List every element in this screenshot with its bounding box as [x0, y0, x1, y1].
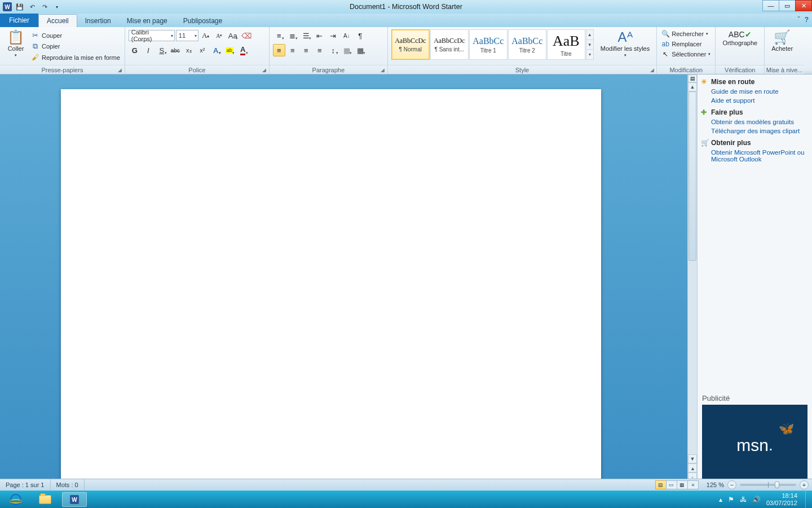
spelling-button[interactable]: ABC✔ Orthographe [719, 29, 761, 47]
status-page[interactable]: Page : 1 sur 1 [0, 479, 51, 491]
grow-font-button[interactable]: A▴ [200, 29, 212, 42]
format-painter-button[interactable]: 🖌Reproduire la mise en forme [29, 52, 121, 62]
taskbar-explorer[interactable] [33, 492, 58, 507]
redo-button[interactable]: ↷ [39, 2, 50, 12]
status-words[interactable]: Mots : 0 [51, 479, 85, 491]
align-left-button[interactable]: ≡ [273, 44, 285, 56]
paste-button[interactable]: 📋 Coller ▾ [3, 29, 28, 59]
change-styles-button[interactable]: Aᴬ Modifier les styles ▾ [597, 29, 653, 59]
change-case-button[interactable]: Aa▾ [227, 29, 239, 42]
document-area[interactable] [0, 75, 687, 491]
style-item-1[interactable]: AaBbCcDc¶ Sans int... [430, 29, 469, 60]
clear-formatting-button[interactable]: ⌫ [240, 29, 253, 42]
increase-indent-button[interactable]: ⇥ [327, 29, 339, 42]
taskbar-word[interactable]: W [62, 492, 87, 507]
close-button[interactable]: ✕ [795, 0, 812, 11]
align-right-button[interactable]: ≡ [300, 44, 312, 56]
sp-link-clipart[interactable]: Télécharger des images clipart [698, 126, 812, 135]
ruler-toggle-button[interactable]: ▤ [688, 75, 697, 82]
tray-network-icon[interactable]: 🖧 [740, 496, 747, 503]
tray-volume-icon[interactable]: 🔊 [752, 496, 761, 503]
zoom-level[interactable]: 125 % [703, 481, 727, 488]
view-print-layout[interactable]: ▤ [655, 480, 667, 489]
sp-link-buy-office[interactable]: Obtenir Microsoft PowerPoint ou Microsof… [698, 148, 812, 164]
highlight-button[interactable]: ab▾ [223, 44, 236, 56]
show-marks-button[interactable]: ¶ [354, 29, 367, 42]
sp-link-templates[interactable]: Obtenir des modèles gratuits [698, 117, 812, 126]
multilevel-list-button[interactable]: ☰▾ [300, 29, 312, 42]
maximize-button[interactable]: ▭ [779, 0, 796, 11]
font-dialog-launcher[interactable]: ◢ [261, 67, 268, 73]
undo-button[interactable]: ↶ [27, 2, 37, 12]
select-button[interactable]: ↖Sélectionner ▾ [660, 50, 712, 59]
tab-mailings[interactable]: Publipostage [175, 15, 230, 27]
style-item-3[interactable]: AaBbCcTitre 2 [508, 29, 546, 60]
minimize-ribbon-button[interactable]: ˇ [798, 16, 800, 24]
save-button[interactable]: 💾 [15, 2, 25, 12]
bullets-button[interactable]: ≡▾ [273, 29, 285, 42]
tab-insert[interactable]: Insertion [77, 15, 119, 27]
align-center-button[interactable]: ≡ [286, 44, 299, 56]
prev-page-button[interactable]: ▴ [688, 463, 697, 472]
style-scroll-up[interactable]: ▲ [586, 30, 593, 40]
copy-button[interactable]: ⧉Copier [29, 41, 121, 51]
strikethrough-button[interactable]: abc [169, 44, 182, 56]
tray-show-hidden[interactable]: ▴ [719, 496, 722, 503]
clipboard-dialog-launcher[interactable]: ◢ [117, 67, 123, 73]
underline-button[interactable]: S▾ [156, 44, 168, 56]
help-button[interactable]: ? [805, 16, 809, 24]
tab-file[interactable]: Fichier [0, 14, 38, 27]
text-effects-button[interactable]: A▾ [210, 44, 222, 56]
style-item-4[interactable]: AaBTitre [547, 29, 585, 60]
find-button[interactable]: 🔍Rechercher ▾ [660, 29, 709, 38]
taskbar-clock[interactable]: 18:14 03/07/2012 [766, 492, 797, 506]
view-web-layout[interactable]: ▦ [677, 480, 688, 489]
zoom-in-button[interactable]: + [800, 480, 809, 489]
scrollbar-thumb[interactable] [689, 91, 696, 261]
styles-dialog-launcher[interactable]: ◢ [648, 67, 655, 73]
italic-button[interactable]: I [142, 44, 155, 56]
qat-customize-button[interactable]: ▾ [52, 2, 62, 12]
zoom-out-button[interactable]: − [727, 480, 736, 489]
numbering-button[interactable]: ≣▾ [286, 29, 299, 42]
scroll-up-button[interactable]: ▲ [688, 82, 697, 91]
style-item-0[interactable]: AaBbCcDc¶ Normal [391, 29, 430, 60]
font-family-combo[interactable]: Calibri (Corps)▾ [129, 30, 175, 41]
borders-button[interactable]: ▦▾ [354, 44, 367, 56]
view-outline[interactable]: ≡ [687, 480, 699, 489]
document-page[interactable] [61, 89, 601, 491]
sp-link-guide[interactable]: Guide de mise en route [698, 87, 812, 96]
subscript-button[interactable]: x₂ [183, 44, 195, 56]
style-gallery-expand[interactable]: ▾ [586, 50, 593, 59]
tray-flag-icon[interactable]: ⚑ [728, 496, 734, 503]
word-app-icon[interactable]: W [2, 2, 12, 12]
sort-button[interactable]: A↓ [341, 29, 353, 42]
tab-home[interactable]: Accueil [38, 14, 77, 27]
tab-page-layout[interactable]: Mise en page [119, 15, 175, 27]
zoom-slider[interactable] [740, 484, 796, 486]
font-size-combo[interactable]: 11▾ [176, 30, 198, 41]
ad-banner[interactable]: msn. 🦋 [702, 405, 807, 486]
show-desktop-button[interactable] [805, 491, 809, 509]
buy-button[interactable]: 🛒 Acheter [768, 29, 796, 53]
paragraph-dialog-launcher[interactable]: ◢ [379, 67, 386, 73]
sp-link-help[interactable]: Aide et support [698, 96, 812, 105]
shading-button[interactable]: ▦▾ [341, 44, 353, 56]
style-item-2[interactable]: AaBbCcTitre 1 [469, 29, 508, 60]
font-color-button[interactable]: A▾ [237, 44, 249, 56]
decrease-indent-button[interactable]: ⇤ [314, 29, 326, 42]
taskbar-ie[interactable] [3, 492, 28, 507]
zoom-knob[interactable] [775, 481, 779, 488]
bold-button[interactable]: G [129, 44, 141, 56]
justify-button[interactable]: ≡ [314, 44, 326, 56]
scrollbar-track[interactable] [688, 91, 697, 454]
scroll-down-button[interactable]: ▼ [688, 454, 697, 463]
line-spacing-button[interactable]: ↕▾ [327, 44, 339, 56]
superscript-button[interactable]: x² [196, 44, 209, 56]
view-full-screen[interactable]: ▭ [666, 480, 677, 489]
shrink-font-button[interactable]: A▾ [213, 29, 226, 42]
minimize-button[interactable]: ― [762, 0, 779, 11]
style-scroll-down[interactable]: ▼ [586, 40, 593, 50]
cut-button[interactable]: ✂Couper [29, 30, 121, 40]
replace-button[interactable]: abRemplacer [660, 40, 703, 49]
